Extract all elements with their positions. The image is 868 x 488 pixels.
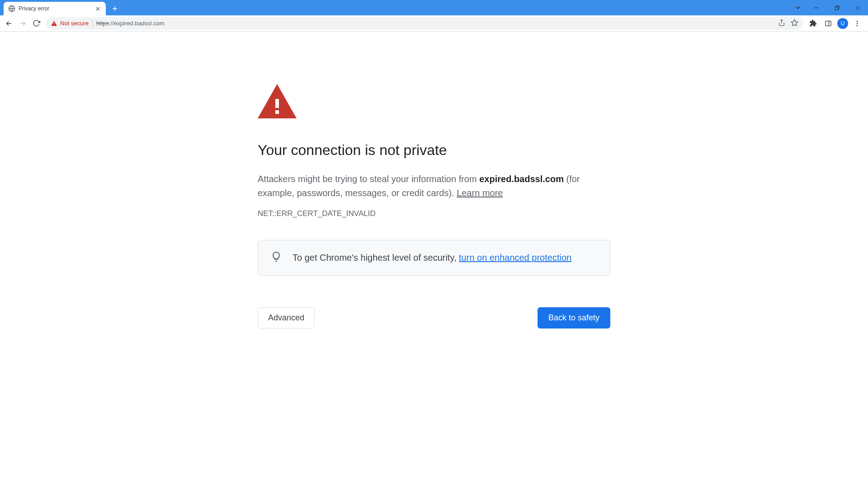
forward-button[interactable] [16, 17, 29, 30]
new-tab-button[interactable] [108, 2, 121, 15]
menu-icon[interactable] [851, 17, 863, 30]
page-content: Your connection is not private Attackers… [0, 32, 868, 328]
svg-point-9 [857, 23, 858, 24]
tab-search-button[interactable] [790, 0, 806, 15]
svg-rect-12 [275, 110, 279, 114]
svg-marker-5 [791, 19, 797, 25]
warning-message: Attackers might be trying to steal your … [258, 172, 610, 200]
page-title: Your connection is not private [258, 142, 610, 159]
tab-title: Privacy error [19, 5, 91, 12]
svg-rect-3 [54, 25, 54, 25]
svg-rect-1 [835, 7, 838, 10]
svg-point-10 [857, 25, 858, 26]
button-row: Advanced Back to safety [258, 307, 610, 328]
titlebar: Privacy error [0, 0, 868, 15]
back-to-safety-button[interactable]: Back to safety [538, 307, 610, 328]
security-text: Not secure [60, 20, 89, 27]
divider [92, 20, 93, 27]
address-bar[interactable]: Not secure https://expired.badssl.com [46, 17, 803, 30]
side-panel-icon[interactable] [822, 17, 835, 30]
error-code: NET::ERR_CERT_DATE_INVALID [258, 209, 610, 218]
share-icon[interactable] [778, 19, 785, 28]
back-button[interactable] [3, 17, 15, 30]
profile-avatar[interactable]: U [837, 18, 848, 29]
close-window-button[interactable] [847, 0, 868, 15]
security-indicator[interactable]: Not secure [51, 20, 89, 27]
enhanced-protection-link[interactable]: turn on enhanced protection [459, 253, 571, 263]
reload-button[interactable] [30, 17, 42, 30]
learn-more-link[interactable]: Learn more [457, 188, 503, 198]
minimize-button[interactable] [806, 0, 826, 15]
close-tab-button[interactable] [94, 5, 101, 12]
globe-icon [8, 5, 15, 12]
bookmark-icon[interactable] [791, 19, 798, 28]
window-controls [790, 0, 868, 15]
browser-tab[interactable]: Privacy error [4, 2, 106, 15]
extensions-icon[interactable] [807, 17, 819, 30]
svg-point-8 [857, 21, 858, 22]
svg-rect-2 [54, 23, 54, 24]
svg-rect-6 [826, 21, 831, 26]
svg-rect-11 [275, 99, 279, 108]
url-text: https://expired.badssl.com [96, 20, 165, 27]
maximize-button[interactable] [826, 0, 847, 15]
lightbulb-icon [271, 251, 282, 264]
enhanced-protection-tip: To get Chrome's highest level of securit… [258, 240, 610, 276]
warning-icon [258, 84, 610, 120]
warning-triangle-icon [51, 20, 57, 27]
toolbar: Not secure https://expired.badssl.com U [0, 15, 868, 32]
advanced-button[interactable]: Advanced [258, 307, 315, 328]
